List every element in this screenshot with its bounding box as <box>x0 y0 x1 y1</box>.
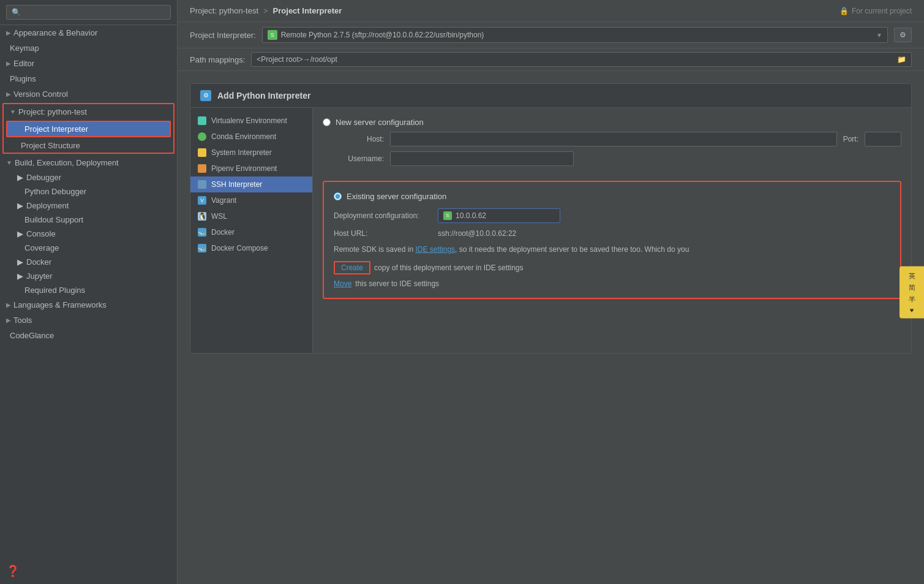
sidebar-item-keymap[interactable]: Keymap <box>0 40 177 56</box>
dialog-body: Virtualenv Environment Conda Environment… <box>190 108 911 353</box>
dialog-sidebar-item-docker[interactable]: 🐳 Docker <box>190 224 312 240</box>
vagrant-icon: V <box>198 196 206 205</box>
sidebar-item-deployment[interactable]: ▶ Deployment <box>0 199 177 213</box>
new-server-label[interactable]: New server configuration <box>336 118 424 127</box>
sidebar-item-tools[interactable]: ▶ Tools <box>0 313 177 328</box>
new-server-radio[interactable] <box>323 118 331 126</box>
header-note: 🔒 For current project <box>839 7 912 15</box>
existing-server-radio-label[interactable]: Existing server configuration <box>334 192 890 201</box>
sidebar-label-codeglance: CodeGlance <box>10 331 54 340</box>
wsl-icon: 🐧 <box>198 212 206 221</box>
sidebar-item-project[interactable]: ▼ Project: python-test <box>4 104 173 119</box>
breadcrumb: Project: python-test > Project Interpret… <box>190 6 342 15</box>
sidebar-item-docker[interactable]: ▶ Docker <box>0 255 177 269</box>
dialog-sidebar-label-pipenv: Pipenv Environment <box>211 164 277 173</box>
new-server-radio-label[interactable]: New server configuration <box>323 118 901 127</box>
interpreter-value: S Remote Python 2.7.5 (sftp://root@10.0.… <box>268 30 484 40</box>
sidebar-item-coverage[interactable]: Coverage <box>0 241 177 255</box>
dialog-main-panel: New server configuration Host: Port: Use… <box>313 108 911 353</box>
breadcrumb-current: Project Interpreter <box>273 6 342 15</box>
system-icon <box>198 148 206 157</box>
sidebar-item-build[interactable]: ▼ Build, Execution, Deployment <box>0 155 177 170</box>
gear-button[interactable]: ⚙ <box>894 28 912 42</box>
path-label: Path mappings: <box>190 55 245 64</box>
sidebar-label-build: Build, Execution, Deployment <box>15 158 119 167</box>
dialog-sidebar-item-vagrant[interactable]: V Vagrant <box>190 192 312 208</box>
interpreter-row: Project Interpreter: S Remote Python 2.7… <box>178 22 924 48</box>
dialog-sidebar: Virtualenv Environment Conda Environment… <box>190 108 313 353</box>
create-button[interactable]: Create <box>334 261 370 275</box>
dialog-sidebar-label-ssh: SSH Interpreter <box>211 180 262 189</box>
create-text: copy of this deployment server in IDE se… <box>374 264 523 272</box>
deployment-config-value[interactable]: S 10.0.0.62 <box>438 208 560 223</box>
ide-settings-link[interactable]: IDE settings <box>415 245 455 254</box>
sidebar-label-editor: Editor <box>13 59 34 68</box>
sidebar-label-tools: Tools <box>13 316 32 325</box>
info-text: Remote SDK is saved in IDE settings, so … <box>334 244 890 255</box>
move-link[interactable]: Move <box>334 279 351 288</box>
sidebar-item-languages[interactable]: ▶ Languages & Frameworks <box>0 297 177 313</box>
arrow-icon: ▶ <box>17 257 23 267</box>
sidebar-item-debugger[interactable]: ▶ Debugger <box>0 170 177 184</box>
dialog-sidebar-item-docker-compose[interactable]: 🐳 Docker Compose <box>190 240 312 256</box>
sidebar-item-buildout[interactable]: Buildout Support <box>0 213 177 227</box>
interpreter-select[interactable]: S Remote Python 2.7.5 (sftp://root@10.0.… <box>262 27 888 43</box>
arrow-icon: ▶ <box>6 317 11 324</box>
dialog-sidebar-item-wsl[interactable]: 🐧 WSL <box>190 208 312 224</box>
pipenv-icon <box>198 164 206 173</box>
breadcrumb-project: Project: python-test <box>190 6 258 15</box>
sidebar-label-required-plugins: Required Plugins <box>24 286 85 295</box>
new-server-fields: Host: Port: Username: <box>335 132 901 171</box>
sidebar-item-appearance[interactable]: ▶ Appearance & Behavior <box>0 25 177 40</box>
sidebar-item-codeglance[interactable]: CodeGlance <box>0 328 177 343</box>
sidebar-label-console: Console <box>26 229 56 238</box>
sidebar-item-jupyter[interactable]: ▶ Jupyter <box>0 269 177 283</box>
sidebar-item-required-plugins[interactable]: Required Plugins <box>0 283 177 297</box>
arrow-icon: ▶ <box>6 29 11 36</box>
arrow-icon: ▶ <box>17 271 23 281</box>
deployment-config-label: Deployment configuration: <box>334 211 432 220</box>
search-box <box>0 0 177 25</box>
folder-icon[interactable]: 📁 <box>897 55 906 64</box>
username-input[interactable] <box>390 151 574 166</box>
interpreter-value-text: Remote Python 2.7.5 (sftp://root@10.0.0.… <box>281 31 484 39</box>
path-value-text: <Project root>→/root/opt <box>257 55 337 64</box>
existing-server-label[interactable]: Existing server configuration <box>347 192 446 201</box>
sidebar-item-project-interpreter[interactable]: Project Interpreter <box>6 121 171 137</box>
dialog-overlay: ⚙ Add Python Interpreter Virtualenv Envi… <box>178 71 924 584</box>
dialog-sidebar-item-virtualenv[interactable]: Virtualenv Environment <box>190 113 312 129</box>
port-label: Port: <box>843 135 858 143</box>
help-icon[interactable]: ❓ <box>0 558 177 584</box>
host-input[interactable] <box>390 132 837 146</box>
dialog-sidebar-item-ssh[interactable]: SSH Interpreter <box>190 176 312 192</box>
new-server-option: New server configuration Host: Port: Use… <box>323 118 901 171</box>
existing-server-radio[interactable] <box>334 192 342 200</box>
dialog-sidebar-item-system[interactable]: System Interpreter <box>190 145 312 161</box>
port-input[interactable] <box>865 132 901 146</box>
username-row: Username: <box>335 151 901 166</box>
dialog-sidebar-item-conda[interactable]: Conda Environment <box>190 129 312 145</box>
sidebar-item-editor[interactable]: ▶ Editor <box>0 56 177 71</box>
right-panel-heart: ♥ <box>910 306 914 313</box>
path-row: Path mappings: <Project root>→/root/opt … <box>178 48 924 71</box>
sidebar-item-project-structure[interactable]: Project Structure <box>4 138 173 153</box>
dialog-sidebar-label-virtualenv: Virtualenv Environment <box>211 116 287 125</box>
info-text-part2: , so it needs the deployment server to b… <box>455 245 689 254</box>
sidebar-item-version-control[interactable]: ▶ Version Control <box>0 86 177 102</box>
breadcrumb-separator: > <box>263 6 268 15</box>
docker-compose-icon: 🐳 <box>198 244 206 252</box>
right-panel: 英 简 半 ♥ <box>900 266 924 318</box>
dialog-sidebar-label-system: System Interpreter <box>211 148 272 157</box>
move-text: this server to IDE settings <box>355 279 439 288</box>
host-label: Host: <box>335 135 384 143</box>
dialog-sidebar-item-pipenv[interactable]: Pipenv Environment <box>190 161 312 176</box>
search-input[interactable] <box>6 5 171 20</box>
sidebar-item-python-debugger[interactable]: Python Debugger <box>0 184 177 199</box>
sidebar-item-plugins[interactable]: Plugins <box>0 71 177 86</box>
host-url-label: Host URL: <box>334 229 432 238</box>
deployment-config-row: Deployment configuration: S 10.0.0.62 <box>334 208 890 223</box>
existing-server-option: Existing server configuration Deployment… <box>323 181 901 299</box>
sidebar-label-plugins: Plugins <box>10 74 36 83</box>
main-header: Project: python-test > Project Interpret… <box>178 0 924 22</box>
sidebar-item-console[interactable]: ▶ Console <box>0 227 177 241</box>
